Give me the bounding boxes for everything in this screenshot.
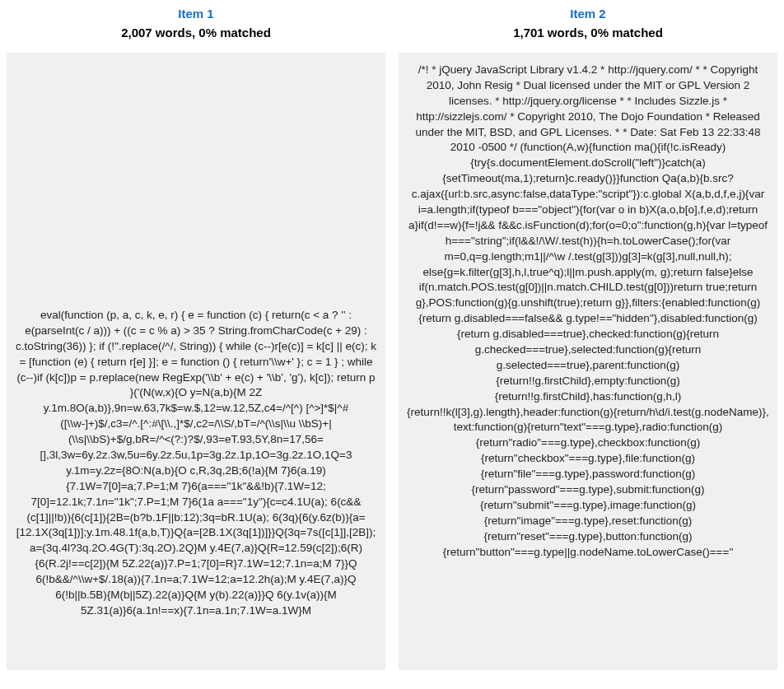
item-1-stats: 2,007 words, 0% matched: [0, 26, 392, 40]
header-item-2: Item 2 1,701 words, 0% matched: [392, 0, 784, 53]
content-text-item-2: /*! * jQuery JavaScript Library v1.4.2 *…: [407, 63, 769, 561]
item-1-title: Item 1: [0, 7, 392, 21]
item-2-title: Item 2: [392, 7, 784, 21]
comparison-container: Item 1 2,007 words, 0% matched eval(func…: [0, 0, 784, 670]
content-box-item-2[interactable]: /*! * jQuery JavaScript Library v1.4.2 *…: [399, 53, 777, 670]
content-text-item-1: eval(function (p, a, c, k, e, r) { e = f…: [15, 308, 377, 619]
column-item-2: Item 2 1,701 words, 0% matched /*! * jQu…: [392, 0, 784, 670]
content-box-item-1[interactable]: eval(function (p, a, c, k, e, r) { e = f…: [7, 53, 385, 670]
header-item-1: Item 1 2,007 words, 0% matched: [0, 0, 392, 53]
item-2-stats: 1,701 words, 0% matched: [392, 26, 784, 40]
column-item-1: Item 1 2,007 words, 0% matched eval(func…: [0, 0, 392, 670]
